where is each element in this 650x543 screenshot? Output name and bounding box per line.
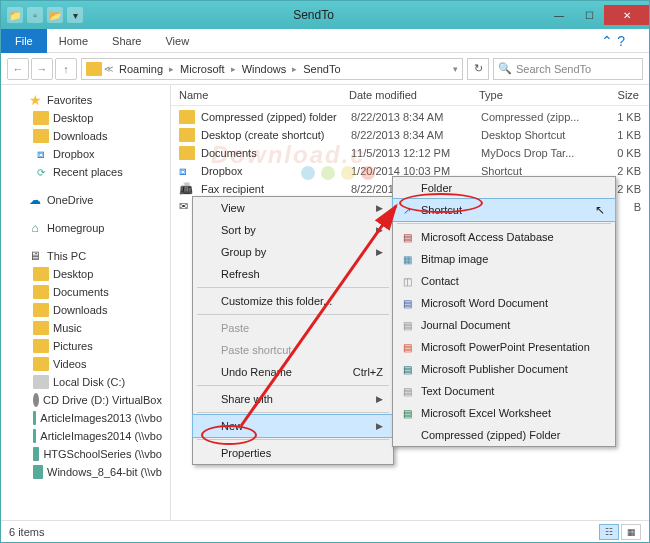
search-input[interactable]: 🔍 Search SendTo [493,58,643,80]
ctx-new-contact[interactable]: ◫Contact [393,270,615,292]
ctx-paste: Paste [193,317,393,339]
ctx-paste-shortcut: Paste shortcut [193,339,393,361]
sidebar-pc-music[interactable]: Music [5,319,166,337]
crumb-windows[interactable]: Windows [238,63,291,75]
ctx-properties[interactable]: Properties [193,442,393,464]
ctx-refresh[interactable]: Refresh [193,263,393,285]
ctx-new-text[interactable]: ▤Text Document [393,380,615,402]
col-name[interactable]: Name [179,89,349,101]
sidebar-pc-videos[interactable]: Videos [5,355,166,373]
sidebar-item-dropbox[interactable]: ⧈Dropbox [5,145,166,163]
refresh-button[interactable]: ↻ [467,58,489,80]
sidebar-pc-cddrive[interactable]: CD Drive (D:) VirtualBox [5,391,166,409]
sidebar-item-desktop[interactable]: Desktop [5,109,166,127]
sidebar-pc-net1[interactable]: ArticleImages2013 (\\vbo [5,409,166,427]
ctx-new-access[interactable]: ▤Microsoft Access Database [393,226,615,248]
navigation-pane: ★Favorites Desktop Downloads ⧈Dropbox ⟳R… [1,85,171,521]
qat-dropdown-icon[interactable]: ▾ [67,7,83,23]
file-row[interactable]: Desktop (create shortcut)8/22/2013 8:34 … [171,126,649,144]
ctx-undo[interactable]: Undo RenameCtrl+Z [193,361,393,383]
window-title: SendTo [83,8,544,22]
explorer-icon: 📁 [7,7,23,23]
ctx-new-folder[interactable]: Folder [393,177,615,199]
ctx-new-publisher[interactable]: ▤Microsoft Publisher Document [393,358,615,380]
ctx-new-word[interactable]: ▤Microsoft Word Document [393,292,615,314]
ctx-new-shortcut[interactable]: ↗Shortcut↖ [392,198,616,222]
col-size[interactable]: Size [589,89,639,101]
qat-properties-icon[interactable]: ▫ [27,7,43,23]
status-count: 6 items [9,526,44,538]
back-button[interactable]: ← [7,58,29,80]
file-row[interactable]: Documents11/5/2013 12:12 PMMyDocs Drop T… [171,144,649,162]
maximize-button[interactable]: ☐ [574,5,604,25]
thispc-group[interactable]: 🖥This PC [5,247,166,265]
crumb-roaming[interactable]: Roaming [115,63,167,75]
sidebar-pc-localdisk[interactable]: Local Disk (C:) [5,373,166,391]
qat-newfolder-icon[interactable]: 📂 [47,7,63,23]
crumb-microsoft[interactable]: Microsoft [176,63,229,75]
crumb-sendto[interactable]: SendTo [299,63,344,75]
sidebar-pc-net4[interactable]: Windows_8_64-bit (\\vb [5,463,166,481]
column-headers[interactable]: Name Date modified Type Size [171,85,649,106]
folder-icon [86,62,102,76]
ctx-groupby[interactable]: Group by▶ [193,241,393,263]
sidebar-pc-net3[interactable]: HTGSchoolSeries (\\vbo [5,445,166,463]
share-tab[interactable]: Share [100,31,153,51]
breadcrumb[interactable]: ≪ Roaming▸ Microsoft▸ Windows▸ SendTo ▾ [81,58,463,80]
forward-button[interactable]: → [31,58,53,80]
search-icon: 🔍 [498,62,512,75]
ctx-sharewith[interactable]: Share with▶ [193,388,393,410]
up-button[interactable]: ↑ [55,58,77,80]
onedrive-group[interactable]: ☁OneDrive [5,191,166,209]
titlebar: 📁 ▫ 📂 ▾ SendTo — ☐ ✕ [1,1,649,29]
ctx-new[interactable]: New▶ [192,414,394,438]
context-submenu-new: Folder ↗Shortcut↖ ▤Microsoft Access Data… [392,176,616,447]
file-tab[interactable]: File [1,29,47,53]
view-tab[interactable]: View [153,31,201,51]
sidebar-pc-desktop[interactable]: Desktop [5,265,166,283]
ctx-view[interactable]: View▶ [193,197,393,219]
ctx-new-bitmap[interactable]: ▦Bitmap image [393,248,615,270]
homegroup-group[interactable]: ⌂Homegroup [5,219,166,237]
close-button[interactable]: ✕ [604,5,649,25]
favorites-group[interactable]: ★Favorites [5,91,166,109]
addressbar: ← → ↑ ≪ Roaming▸ Microsoft▸ Windows▸ Sen… [1,53,649,85]
file-row[interactable]: Compressed (zipped) folder8/22/2013 8:34… [171,108,649,126]
context-menu: View▶ Sort by▶ Group by▶ Refresh Customi… [192,196,394,465]
sidebar-item-recent[interactable]: ⟳Recent places [5,163,166,181]
ctx-sortby[interactable]: Sort by▶ [193,219,393,241]
sidebar-item-downloads[interactable]: Downloads [5,127,166,145]
ctx-customize[interactable]: Customize this folder... [193,290,393,312]
ctx-new-journal[interactable]: ▤Journal Document [393,314,615,336]
minimize-button[interactable]: — [544,5,574,25]
sidebar-pc-downloads[interactable]: Downloads [5,301,166,319]
home-tab[interactable]: Home [47,31,100,51]
ribbon: File Home Share View ⌃ ? [1,29,649,53]
ctx-new-excel[interactable]: ▤Microsoft Excel Worksheet [393,402,615,424]
help-icon[interactable]: ⌃ ? [601,33,625,49]
sidebar-pc-documents[interactable]: Documents [5,283,166,301]
ctx-new-ppt[interactable]: ▤Microsoft PowerPoint Presentation [393,336,615,358]
col-type[interactable]: Type [479,89,589,101]
col-date[interactable]: Date modified [349,89,479,101]
view-details-icon[interactable]: ☷ [599,524,619,540]
sidebar-pc-net2[interactable]: ArticleImages2014 (\\vbo [5,427,166,445]
statusbar: 6 items ☷ ▦ [1,520,649,542]
view-large-icon[interactable]: ▦ [621,524,641,540]
sidebar-pc-pictures[interactable]: Pictures [5,337,166,355]
ctx-new-zip[interactable]: Compressed (zipped) Folder [393,424,615,446]
